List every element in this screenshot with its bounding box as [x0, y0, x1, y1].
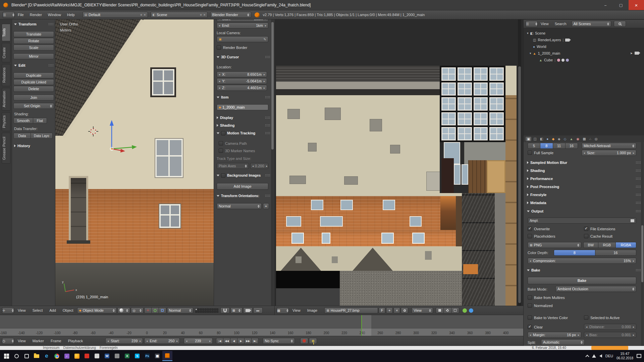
- screen-layout-add-icon[interactable]: +: [140, 13, 142, 17]
- local-camera-field[interactable]: ▣ ✎: [217, 36, 268, 42]
- tray-volume-icon[interactable]: [599, 354, 602, 358]
- placeholders-checkbox[interactable]: [528, 234, 532, 238]
- outliner-item-label[interactable]: Cube: [544, 58, 553, 62]
- next-keyframe-button[interactable]: ▶▶: [244, 338, 252, 344]
- layer-dot[interactable]: [214, 308, 216, 310]
- panel-grip[interactable]: [265, 174, 270, 177]
- notification-center-icon[interactable]: [637, 354, 641, 358]
- image-datablock-selector[interactable]: ▩ HousePR_27.bmp: [324, 307, 378, 313]
- render-border-checkbox[interactable]: [217, 45, 221, 50]
- layer-dot[interactable]: [207, 308, 209, 310]
- toolshelf-tab-tools[interactable]: Tools: [2, 24, 10, 41]
- timeline-menu-frame[interactable]: Frame: [48, 336, 64, 346]
- select-arrow-icon[interactable]: ➤: [630, 52, 633, 55]
- uv-editor-scrollbar[interactable]: [518, 19, 521, 306]
- bake-to-vertex-checkbox[interactable]: [528, 315, 532, 320]
- panel-header-freestyle[interactable]: Freestyle: [527, 192, 641, 197]
- uv-menu-view[interactable]: View: [289, 306, 304, 315]
- bake-from-multires-checkbox[interactable]: [528, 295, 532, 300]
- layer-dot[interactable]: [195, 311, 197, 313]
- restrict-toggle-icon[interactable]: [566, 59, 569, 62]
- opengl-render-anim-button[interactable]: ▬: [253, 307, 263, 313]
- selected-to-active-row[interactable]: Selected to Active: [584, 315, 620, 320]
- firefox-icon[interactable]: [72, 351, 82, 361]
- aa-samples-16[interactable]: 16: [565, 143, 578, 149]
- sync-dropdown[interactable]: No Sync: [263, 338, 295, 344]
- notepad-icon[interactable]: [92, 351, 102, 361]
- panel-header-shading[interactable]: Shading: [527, 168, 641, 173]
- mode-dropdown[interactable]: ◆ Object Mode: [77, 307, 117, 313]
- restrict-toggle-icon[interactable]: [557, 59, 560, 62]
- panel-grip[interactable]: [48, 64, 54, 67]
- opengl-render-button[interactable]: [243, 307, 253, 313]
- panel-grip[interactable]: [265, 124, 270, 127]
- bake-from-multires-row[interactable]: Bake from Multires: [528, 295, 565, 300]
- uv-green-toggle-icon[interactable]: [463, 308, 467, 313]
- translate-button[interactable]: Translate: [13, 31, 54, 37]
- distance-field[interactable]: Distance:0.000: [584, 324, 636, 330]
- layer-dot[interactable]: [209, 311, 211, 313]
- channel-alpha-button[interactable]: [451, 307, 459, 313]
- editor-type-outliner-button[interactable]: ☰: [526, 21, 538, 27]
- panel-grip[interactable]: [636, 169, 641, 172]
- selected-to-active-checkbox[interactable]: [584, 315, 588, 320]
- renderable-camera-icon[interactable]: [565, 39, 570, 42]
- search-button[interactable]: [11, 351, 21, 361]
- uv-blue-toggle-icon[interactable]: [469, 308, 473, 313]
- layer-dot[interactable]: [216, 308, 218, 310]
- margin-field[interactable]: Margin:16 px: [528, 332, 581, 338]
- panel-header-performance[interactable]: Performance: [527, 176, 641, 181]
- clear-checkbox[interactable]: [528, 325, 532, 329]
- clip-end-field[interactable]: End:1km: [217, 22, 268, 28]
- tab-physics[interactable]: ◎: [593, 137, 599, 141]
- delete-button[interactable]: Delete: [13, 86, 54, 92]
- panel-header-shading[interactable]: Shading: [217, 123, 270, 128]
- cache-result-checkbox[interactable]: [584, 234, 588, 238]
- normalized-checkbox[interactable]: [528, 303, 532, 308]
- tab-render[interactable]: ▣: [526, 137, 531, 141]
- editor-type-timeline-button[interactable]: ◷: [2, 338, 14, 344]
- channel-color-button[interactable]: [436, 307, 444, 313]
- maximize-button[interactable]: ▢: [613, 0, 629, 10]
- panel-header-3d-cursor[interactable]: 3D Cursor: [217, 54, 270, 60]
- play-reverse-button[interactable]: ◀: [230, 338, 237, 344]
- uv-image-editor[interactable]: [274, 19, 523, 306]
- timeline-menu-view[interactable]: View: [15, 336, 29, 346]
- editor-type-uv-button[interactable]: ▩: [277, 307, 289, 314]
- outliner-row-scene[interactable]: ▾ ◧ Scene: [527, 30, 641, 36]
- outliner-menu-view[interactable]: View: [538, 20, 552, 28]
- panel-grip[interactable]: [636, 210, 641, 213]
- layer-dot[interactable]: [212, 308, 214, 310]
- toolshelf-tab-physics[interactable]: Physics: [2, 112, 10, 131]
- uv-mode-dropdown[interactable]: View: [412, 307, 433, 313]
- minimize-button[interactable]: –: [598, 0, 613, 10]
- color-depth-16[interactable]: 16: [595, 250, 637, 256]
- timeline-ruler[interactable]: -160-140-120-100-80-60-40-20020406080100…: [0, 328, 523, 336]
- layer-dot[interactable]: [198, 308, 200, 310]
- rotate-button[interactable]: Rotate: [13, 38, 54, 44]
- outliner-item-label[interactable]: RenderLayers: [538, 38, 561, 42]
- panel-header-display[interactable]: Display: [217, 115, 270, 120]
- orientation-dropdown-header[interactable]: Normal: [167, 307, 193, 313]
- set-origin-dropdown[interactable]: Set Origin: [13, 103, 54, 109]
- file-extensions-checkbox[interactable]: [584, 227, 588, 231]
- photoshop-icon[interactable]: Ps: [142, 351, 152, 361]
- tray-network-icon[interactable]: [592, 354, 596, 358]
- tray-clock[interactable]: 15:47 06.02.2018: [616, 352, 633, 360]
- normalized-row[interactable]: Normalized: [528, 303, 553, 308]
- clear-row[interactable]: Clear: [528, 325, 543, 329]
- panel-grip[interactable]: [636, 201, 641, 204]
- start-button[interactable]: [1, 351, 11, 361]
- file-format-dropdown[interactable]: ▩ PNG: [528, 242, 581, 248]
- layer-dot[interactable]: [202, 308, 204, 310]
- marker-names-checkbox[interactable]: [219, 148, 223, 153]
- pin-button[interactable]: [401, 307, 408, 313]
- panel-header-transform[interactable]: Transform: [14, 21, 54, 27]
- layer-dot[interactable]: [216, 311, 218, 313]
- marker-names-checkbox-row[interactable]: 3D Marker Names: [219, 148, 255, 153]
- blender-taskbar-icon[interactable]: [162, 351, 172, 361]
- scene-close-icon[interactable]: ×: [203, 13, 205, 17]
- camera-path-checkbox-row[interactable]: Camera Path: [219, 141, 247, 145]
- layer-dot[interactable]: [205, 311, 207, 313]
- bake-button[interactable]: Bake: [528, 277, 636, 284]
